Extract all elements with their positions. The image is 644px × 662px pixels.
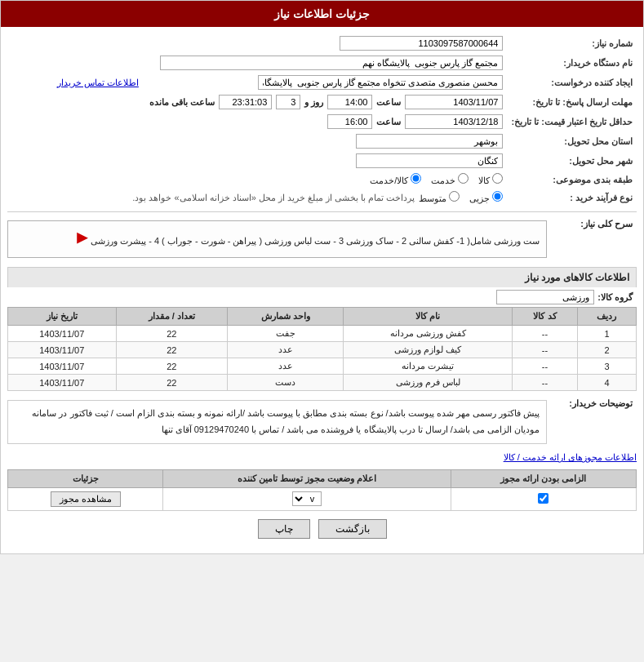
radio-khadamat[interactable] [458, 173, 469, 184]
mohlat-date-input [405, 95, 503, 109]
gorohe-kala-row: گروه کالا: [7, 287, 637, 307]
jadaval-row: ساعت [7, 112, 507, 131]
table-row: 2 -- کیف لوازم ورزشی عدد 22 1403/11/07 [8, 342, 637, 358]
print-button[interactable]: چاپ [258, 519, 310, 539]
bottom-checkbox-cell [451, 487, 636, 510]
bottom-table: الزامی بودن ارائه مجوز اعلام وضعیت مجوز … [7, 469, 637, 511]
mohlat-baqi-input [219, 95, 272, 109]
shomareNiaz-value [175, 33, 508, 53]
etelaat-mojavez-link[interactable]: اطلاعات مجوزهای ارائه خدمت / کالا [504, 452, 637, 462]
notes-text: پیش فاکتور رسمی مهر شده پیوست باشد/ نوع … [32, 408, 540, 434]
cell-radif: 3 [577, 358, 636, 375]
cell-tedad: 22 [116, 326, 228, 342]
radio-jozvi-label[interactable]: جزیی [469, 191, 503, 204]
page-title: جزئیات اطلاعات نیاز [274, 7, 370, 20]
ostan-input [356, 134, 503, 149]
cell-nam: کیف لوازم ورزشی [344, 342, 513, 358]
cell-kod: -- [513, 358, 578, 375]
cell-tedad: 22 [116, 375, 228, 391]
bottom-col3-header: جزئیات [8, 469, 163, 487]
cell-tarikh: 1403/11/07 [8, 375, 117, 391]
mohlat-baqi-label: ساعت باقی مانده [149, 97, 215, 108]
cell-tarikh: 1403/11/07 [8, 342, 117, 358]
cell-tarikh: 1403/11/07 [8, 358, 117, 375]
radio-motavasit-label[interactable]: متوسط [419, 191, 460, 204]
shomareNiaz-input [340, 36, 503, 51]
mohlat-rooz-input [276, 95, 300, 109]
radio-kala[interactable] [492, 173, 503, 184]
cell-nam: تیشرت مردانه [344, 358, 513, 375]
table-row: 4 -- لباس فرم ورزشی دست 22 1403/11/07 [8, 375, 637, 391]
etelaat-link[interactable]: اطلاعات تماس خریدار [57, 78, 139, 87]
cell-kod: -- [513, 342, 578, 358]
etelaat-link-cell: اطلاعات تماس خریدار [7, 73, 143, 92]
pardakht-text: پرداخت تمام با بخشی از مبلغ خرید از محل … [11, 193, 415, 203]
ostan-label: استان محل تحویل: [507, 131, 637, 151]
col-nam-kala: نام کالا [344, 308, 513, 326]
radio-jozvi[interactable] [492, 191, 503, 202]
cell-vahed: جفت [228, 326, 344, 342]
radio-kala-khadamat-label[interactable]: کالا/خدمت [370, 173, 421, 186]
jadaval-saaat-label: ساعت [376, 117, 401, 127]
col-kod-kala: کد کالا [513, 308, 578, 326]
tabaghebandi-label: طبقه بندی موضوعی: [507, 171, 637, 189]
cell-vahed: دست [228, 375, 344, 391]
cell-nam: کفش ورزشی مردانه [344, 326, 513, 342]
bottom-col1-header: الزامی بودن ارائه مجوز [451, 469, 636, 487]
bottom-checkbox[interactable] [538, 493, 549, 504]
namDastgah-label: نام دستگاه خریدار: [507, 53, 637, 73]
jadaval-date-input [405, 114, 503, 129]
cell-tedad: 22 [116, 342, 228, 358]
mohlat-label: مهلت ارسال پاسخ: تا تاریخ: [507, 92, 637, 112]
shahr-label: شهر محل تحویل: [507, 151, 637, 171]
bottom-select-cell: v [163, 487, 451, 510]
view-mojavez-button[interactable]: مشاهده مجوز [51, 491, 121, 507]
notes-content: پیش فاکتور رسمی مهر شده پیوست باشد/ نوع … [7, 396, 547, 448]
cell-kod: -- [513, 326, 578, 342]
sareh-koli-text: ست ورزشی شامل( 1- کفش سالنی 2 - ساک ورزش… [91, 236, 540, 246]
cell-radif: 2 [577, 342, 636, 358]
sareh-koli-section: سرح کلی نیاز: ست ورزشی شامل( 1- کفش سالن… [7, 216, 637, 262]
tabaghebandi-row: کالا خدمت کالا/خدمت [7, 171, 507, 189]
cell-radif: 4 [577, 375, 636, 391]
bottom-section: الزامی بودن ارائه مجوز اعلام وضعیت مجوز … [7, 469, 637, 511]
mohlat-rooz-label: روز و [304, 97, 323, 108]
notes-table: توضیحات خریدار: پیش فاکتور رسمی مهر شده … [7, 396, 637, 448]
radio-kala-khadamat[interactable] [411, 173, 421, 184]
col-radif: ردیف [577, 308, 636, 326]
bottom-select[interactable]: v [292, 491, 322, 506]
jadaval-saaat-input [327, 114, 372, 129]
mohlat-saaat-label: ساعت [376, 97, 401, 108]
table-row: 1 -- کفش ورزشی مردانه جفت 22 1403/11/07 [8, 326, 637, 342]
notes-label: توضیحات خریدار: [547, 396, 637, 448]
notes-box: پیش فاکتور رسمی مهر شده پیوست باشد/ نوع … [7, 400, 547, 444]
noe-farayand-row: جزیی متوسط پرداخت تمام با بخشی از مبلغ خ… [7, 189, 507, 207]
cell-nam: لباس فرم ورزشی [344, 375, 513, 391]
main-content: شماره نیاز: نام دستگاه خریدار: ایجاد کنن… [1, 27, 643, 553]
ijadKonande-label: ایجاد کننده درخواست: [507, 73, 637, 92]
kala-section-title: اطلاعات کالاهای مورد نیاز [7, 267, 637, 287]
shahr-value [7, 151, 507, 171]
gorohe-kala-label: گروه کالا: [597, 292, 633, 303]
sareh-koli-label: سرح کلی نیاز: [547, 216, 637, 262]
page-container: جزئیات اطلاعات نیاز شماره نیاز: نام دستگ… [0, 0, 644, 554]
footer-buttons: بازگشت چاپ [7, 519, 637, 539]
sareh-koli-content: ست ورزشی شامل( 1- کفش سالنی 2 - ساک ورزش… [7, 216, 547, 262]
bottom-col2-header: اعلام وضعیت مجوز توسط تامین کننده [163, 469, 451, 487]
sareh-koli-table: سرح کلی نیاز: ست ورزشی شامل( 1- کفش سالن… [7, 216, 637, 262]
cell-tedad: 22 [116, 358, 228, 375]
table-row: 3 -- تیشرت مردانه عدد 22 1403/11/07 [8, 358, 637, 375]
cell-vahed: عدد [228, 342, 344, 358]
mohlat-row: ساعت روز و ساعت باقی مانده [7, 92, 507, 112]
shomareNiaz-label: شماره نیاز: [507, 33, 637, 53]
radio-kala-label[interactable]: کالا [478, 173, 503, 186]
gorohe-kala-input [496, 290, 594, 304]
cell-tarikh: 1403/11/07 [8, 326, 117, 342]
mojavez-link-row: اطلاعات مجوزهای ارائه خدمت / کالا [7, 451, 637, 463]
radio-khadamat-label[interactable]: خدمت [431, 173, 469, 186]
radio-motavasit[interactable] [449, 191, 460, 202]
jadaval-label: حداقل تاریخ اعتبار قیمت: تا تاریخ: [507, 112, 637, 131]
sareh-koli-box: ست ورزشی شامل( 1- کفش سالنی 2 - ساک ورزش… [7, 220, 547, 258]
back-button[interactable]: بازگشت [318, 519, 387, 539]
shahr-input [356, 153, 503, 168]
